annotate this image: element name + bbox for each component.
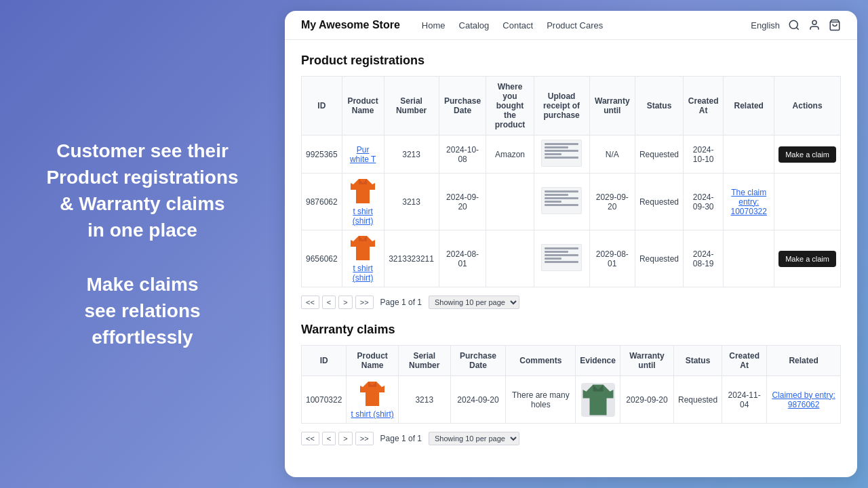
cell-serial: 3213323211 [384, 230, 439, 287]
cell-status: Requested [635, 174, 683, 230]
col-id: ID [302, 77, 342, 136]
col-claim-id: ID [302, 346, 347, 376]
registrations-title: Product registrations [301, 54, 841, 68]
cell-where-bought [486, 174, 534, 230]
cell-actions: Make a claim [774, 136, 841, 174]
make-claim-button[interactable]: Make a claim [778, 251, 836, 267]
account-icon[interactable] [808, 19, 821, 31]
col-actions: Actions [774, 77, 841, 136]
col-claim-created-at: Created At [722, 346, 767, 376]
table-row: 9876062 t shirt (shirt) 3213 2024-09-20 … [302, 174, 841, 230]
col-claim-purchase-date: Purchase Date [450, 346, 506, 376]
claims-first-page-btn[interactable]: << [301, 432, 319, 445]
cell-receipt [534, 230, 589, 287]
product-link[interactable]: t shirt (shirt) [353, 264, 374, 283]
cell-purchase-date: 2024-10-08 [439, 136, 486, 174]
cell-claim-status: Requested [674, 376, 722, 424]
cart-icon[interactable] [829, 19, 841, 31]
col-purchase-date: Purchase Date [439, 77, 486, 136]
cell-claim-related: Claimed by entry: 9876062 [767, 376, 841, 424]
per-page-select[interactable]: Showing 10 per page [429, 296, 519, 309]
claims-per-page-select[interactable]: Showing 10 per page [429, 432, 519, 445]
left-panel: Customer see theirProduct registrations&… [0, 0, 285, 488]
col-claim-comments: Comments [506, 346, 576, 376]
col-claim-warranty: Warranty until [620, 346, 673, 376]
cell-created-at: 2024-10-10 [684, 136, 724, 174]
cell-claim-serial: 3213 [398, 376, 450, 424]
cell-actions [774, 174, 841, 230]
cell-warranty: N/A [589, 136, 635, 174]
left-heading1: Customer see theirProduct registrations&… [46, 138, 238, 244]
next-page-btn[interactable]: > [338, 296, 352, 309]
nav-home[interactable]: Home [422, 20, 446, 30]
make-claim-button[interactable]: Make a claim [778, 146, 836, 163]
cell-id: 9876062 [302, 174, 342, 230]
svg-marker-3 [351, 179, 375, 203]
claims-pagination: << < > >> Page 1 of 1 Showing 10 per pag… [301, 432, 841, 445]
nav-brand: My Awesome Store [301, 19, 400, 31]
cell-status: Requested [635, 230, 683, 287]
cell-claim-comments: There are many holes [506, 376, 576, 424]
nav-contact[interactable]: Contact [502, 20, 533, 30]
col-status: Status [635, 77, 683, 136]
svg-marker-5 [351, 236, 375, 260]
last-page-btn[interactable]: >> [355, 296, 374, 309]
cell-product-name: t shirt (shirt) [342, 174, 384, 230]
col-created-at: Created At [684, 77, 724, 136]
language-selector[interactable]: English [751, 20, 780, 30]
cell-claim-evidence [576, 376, 620, 424]
claims-title: Warranty claims [301, 323, 841, 337]
cell-product-name: Pur white T [342, 136, 384, 174]
col-claim-product-name: Product Name [347, 346, 399, 376]
product-link[interactable]: Pur white T [350, 145, 376, 164]
table-row: 10070322 t shirt (shirt) 3213 2024-09-20… [302, 376, 841, 424]
cell-claim-id: 10070322 [302, 376, 347, 424]
cell-receipt [534, 136, 589, 174]
cell-related [724, 136, 774, 174]
claims-page-info: Page 1 of 1 [380, 434, 422, 443]
registrations-pagination: << < > >> Page 1 of 1 Showing 10 per pag… [301, 296, 841, 309]
related-link[interactable]: The claim entry: 10070322 [731, 188, 767, 216]
svg-marker-7 [360, 382, 384, 406]
cell-purchase-date: 2024-08-01 [439, 230, 486, 287]
search-icon[interactable] [788, 19, 800, 31]
cell-status: Requested [635, 136, 683, 174]
nav-product-cares[interactable]: Product Cares [547, 20, 603, 30]
cell-warranty: 2029-08-01 [589, 230, 635, 287]
claims-last-page-btn[interactable]: >> [355, 432, 374, 445]
cell-serial: 3213 [384, 136, 439, 174]
nav-catalog[interactable]: Catalog [459, 20, 490, 30]
col-warranty: Warranty until [589, 77, 635, 136]
claims-prev-page-btn[interactable]: < [322, 432, 336, 445]
col-product-name: Product Name [342, 77, 384, 136]
svg-point-1 [812, 20, 816, 24]
nav-right: English [751, 19, 841, 31]
col-serial: Serial Number [384, 77, 439, 136]
product-link[interactable]: t shirt (shirt) [353, 207, 374, 226]
claims-next-page-btn[interactable]: > [338, 432, 352, 445]
table-row: 9925365 Pur white T 3213 2024-10-08 Amaz… [302, 136, 841, 174]
cell-claim-purchase-date: 2024-09-20 [450, 376, 506, 424]
cell-warranty: 2029-09-20 [589, 174, 635, 230]
cell-claim-created-at: 2024-11-04 [722, 376, 767, 424]
cell-created-at: 2024-09-30 [684, 174, 724, 230]
navbar: My Awesome Store Home Catalog Contact Pr… [285, 11, 857, 40]
cell-purchase-date: 2024-09-20 [439, 174, 486, 230]
related-link[interactable]: Claimed by entry: 9876062 [772, 390, 835, 409]
prev-page-btn[interactable]: < [322, 296, 336, 309]
cell-related [724, 230, 774, 287]
col-claim-evidence: Evidence [576, 346, 620, 376]
cell-receipt [534, 174, 589, 230]
first-page-btn[interactable]: << [301, 296, 319, 309]
col-claim-related: Related [767, 346, 841, 376]
product-link[interactable]: t shirt (shirt) [351, 409, 394, 419]
svg-marker-9 [583, 384, 613, 415]
col-related: Related [724, 77, 774, 136]
col-where-bought: Where you bought the product [486, 77, 534, 136]
col-upload-receipt: Upload receipt of purchase [534, 77, 589, 136]
registrations-table: ID Product Name Serial Number Purchase D… [301, 76, 841, 287]
col-claim-status: Status [674, 346, 722, 376]
cell-where-bought [486, 230, 534, 287]
cell-serial: 3213 [384, 174, 439, 230]
cell-actions: Make a claim [774, 230, 841, 287]
